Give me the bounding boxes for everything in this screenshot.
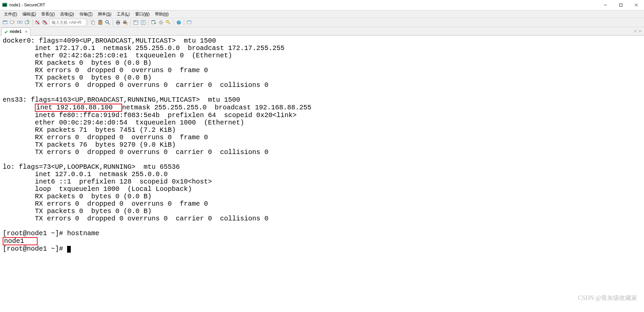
options-icon[interactable]	[132, 19, 140, 26]
host-input[interactable]	[51, 20, 83, 25]
app-icon	[2, 2, 7, 8]
find-icon[interactable]	[104, 19, 111, 26]
tab-label: node1	[10, 29, 21, 34]
tab-nav-right-icon[interactable]: ▷	[638, 29, 643, 33]
svg-rect-31	[134, 20, 138, 24]
svg-point-33	[135, 21, 135, 21]
tab-node1[interactable]: node1 ✕	[1, 28, 31, 36]
menu-bar: 文件(F)编辑(E)查看(V)选项(O)传输(T)脚本(S)工具(L)窗口(W)…	[0, 10, 644, 18]
svg-rect-13	[25, 21, 29, 24]
svg-rect-36	[152, 20, 155, 21]
svg-point-30	[126, 23, 128, 25]
toolbar: ?	[0, 18, 644, 27]
disconnect-icon[interactable]	[34, 19, 41, 26]
quick-connect-icon[interactable]	[9, 19, 16, 26]
menu-v[interactable]: 查看(V)	[39, 11, 57, 18]
tab-nav-left-icon[interactable]: ◁	[633, 29, 637, 33]
svg-line-24	[108, 23, 110, 24]
window-title: node1 - SecureCRT	[9, 3, 45, 7]
connect-icon[interactable]	[16, 19, 23, 26]
menu-l[interactable]: 工具(L)	[114, 11, 132, 18]
svg-rect-2	[3, 4, 4, 4]
paste-icon[interactable]	[97, 19, 104, 26]
title-bar: node1 - SecureCRT	[0, 0, 644, 10]
svg-rect-4	[620, 4, 622, 6]
menu-h[interactable]: 帮助(H)	[152, 11, 171, 18]
svg-rect-11	[20, 21, 22, 23]
svg-line-40	[169, 23, 170, 23]
help-icon[interactable]: ?	[175, 19, 182, 26]
svg-rect-44	[187, 21, 191, 21]
menu-e[interactable]: 编辑(E)	[20, 11, 39, 18]
copy-icon[interactable]	[89, 19, 97, 26]
reconnect-icon[interactable]	[23, 19, 31, 26]
svg-rect-9	[10, 21, 13, 23]
svg-rect-27	[117, 23, 119, 24]
close-button[interactable]	[629, 0, 644, 10]
host-input-container[interactable]	[49, 19, 86, 26]
tab-strip: node1 ✕ ◁ ▷	[0, 27, 644, 36]
print-icon[interactable]	[114, 19, 122, 26]
tab-status-icon	[4, 30, 8, 33]
terminal-output[interactable]: docker0: flags=4099<UP,BROADCAST,MULTICA…	[0, 36, 644, 312]
svg-rect-10	[17, 21, 19, 23]
settings-icon[interactable]	[157, 19, 165, 26]
menu-o[interactable]: 选项(O)	[57, 11, 76, 18]
svg-rect-29	[124, 20, 126, 22]
menu-w[interactable]: 窗口(W)	[132, 11, 152, 18]
svg-rect-20	[92, 21, 95, 24]
minimize-button[interactable]	[598, 0, 613, 10]
svg-rect-26	[117, 20, 119, 22]
maximize-button[interactable]	[613, 0, 629, 10]
menu-t[interactable]: 传输(T)	[77, 11, 95, 18]
tab-close-icon[interactable]: ✕	[25, 30, 28, 34]
svg-text:?: ?	[178, 21, 180, 24]
menu-f[interactable]: 文件(F)	[1, 11, 20, 18]
session-manager-icon[interactable]	[1, 19, 9, 26]
svg-point-23	[106, 20, 108, 23]
svg-rect-22	[99, 20, 101, 21]
svg-point-37	[160, 21, 162, 23]
disconnect-all-icon[interactable]	[41, 19, 49, 26]
new-window-icon[interactable]	[150, 19, 157, 26]
svg-rect-8	[3, 21, 7, 21]
key-icon[interactable]	[165, 19, 172, 26]
toolbar-extra-icon[interactable]	[185, 19, 193, 26]
print-setup-icon[interactable]	[122, 19, 129, 26]
session-options-icon[interactable]	[140, 19, 147, 26]
menu-s[interactable]: 脚本(S)	[95, 11, 114, 18]
